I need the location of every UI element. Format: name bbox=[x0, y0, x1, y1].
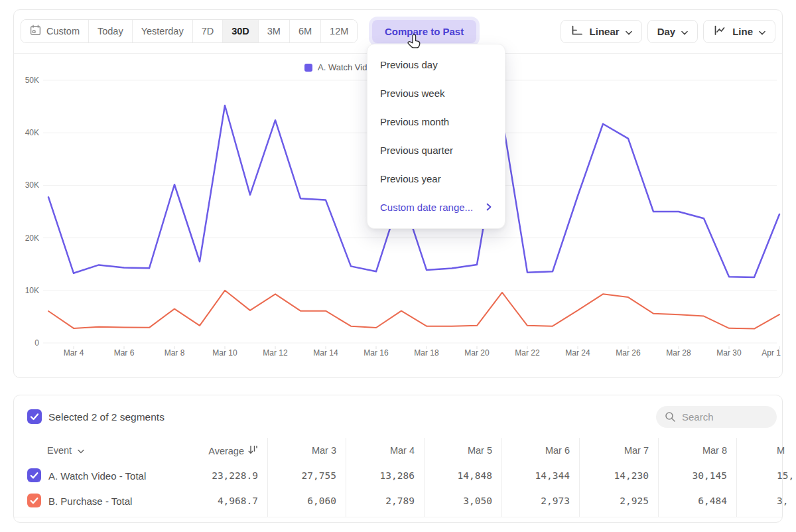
menu-item-label: Previous year bbox=[380, 173, 441, 184]
column-header-mar-8: Mar 8 bbox=[653, 445, 727, 456]
menu-item-previous-week[interactable]: Previous week bbox=[367, 79, 505, 107]
x-axis-tick: Mar 10 bbox=[212, 348, 237, 358]
menu-item-label: Previous quarter bbox=[380, 145, 453, 156]
cursor-pointer-icon bbox=[407, 34, 422, 53]
y-axis-tick: 40K bbox=[25, 128, 39, 137]
search-box bbox=[656, 406, 777, 428]
menu-item-label: Previous month bbox=[380, 116, 449, 127]
y-axis-tick: 0 bbox=[34, 338, 39, 348]
y-axis-tick: 30K bbox=[25, 180, 39, 190]
cell-value: 27,755 bbox=[262, 470, 336, 481]
cell-value: 6,484 bbox=[653, 496, 727, 506]
cell-value-clipped: 3, bbox=[777, 496, 796, 506]
x-axis-tick: Mar 26 bbox=[616, 348, 641, 358]
x-axis-tick: Mar 6 bbox=[114, 348, 135, 358]
cell-value: 14,848 bbox=[418, 470, 492, 481]
column-header-label: Average bbox=[208, 446, 244, 456]
x-axis-tick: Mar 12 bbox=[263, 348, 288, 358]
cell-value: 2,973 bbox=[496, 496, 570, 506]
segments-panel: Selected 2 of 2 segments EventAverageMar… bbox=[13, 395, 783, 523]
menu-item-previous-quarter[interactable]: Previous quarter bbox=[367, 136, 505, 165]
x-axis-tick: Mar 14 bbox=[313, 348, 338, 358]
cell-value: 3,050 bbox=[418, 496, 492, 506]
x-axis-tick: Apr 1 bbox=[762, 348, 781, 358]
row-label: B. Purchase - Total bbox=[48, 496, 132, 507]
x-axis-tick: Mar 16 bbox=[364, 348, 389, 358]
x-axis-tick: Mar 18 bbox=[414, 348, 439, 358]
column-header-mar-5: Mar 5 bbox=[418, 445, 492, 456]
select-all-checkbox[interactable] bbox=[27, 409, 42, 424]
cell-value: 6,060 bbox=[262, 496, 336, 506]
cell-value: 30,145 bbox=[653, 470, 727, 481]
x-axis-tick: Mar 28 bbox=[666, 348, 691, 358]
segments-header: Selected 2 of 2 segments bbox=[14, 395, 782, 438]
menu-item-custom-date-range[interactable]: Custom date range... bbox=[367, 193, 505, 222]
legend-swatch-watch-video bbox=[304, 64, 312, 72]
column-header-mar-6: Mar 6 bbox=[496, 445, 570, 456]
column-header-label: Event bbox=[47, 445, 72, 456]
x-axis-tick: Mar 22 bbox=[515, 348, 540, 358]
cell-value: 2,789 bbox=[340, 496, 415, 506]
column-header-mar-3: Mar 3 bbox=[262, 445, 336, 456]
menu-item-previous-day[interactable]: Previous day bbox=[367, 50, 505, 79]
cell-value: 13,286 bbox=[340, 470, 415, 481]
table-bottom-divider bbox=[14, 517, 782, 517]
x-axis-tick: Mar 30 bbox=[716, 348, 742, 358]
cell-value-clipped: 15, bbox=[777, 470, 796, 481]
search-icon bbox=[665, 411, 676, 423]
chevron-right-icon bbox=[486, 202, 492, 213]
column-header-clipped: M bbox=[777, 445, 785, 456]
x-axis-tick: Mar 24 bbox=[565, 348, 590, 358]
cell-value: 14,344 bbox=[496, 470, 570, 481]
menu-item-label: Custom date range... bbox=[380, 202, 473, 213]
x-axis-tick: Mar 4 bbox=[64, 348, 84, 358]
x-axis-tick: Mar 8 bbox=[165, 348, 185, 358]
column-header-mar-7: Mar 7 bbox=[574, 445, 649, 456]
selected-summary: Selected 2 of 2 segments bbox=[48, 411, 165, 423]
menu-item-label: Previous week bbox=[380, 88, 445, 99]
chevron-down-icon bbox=[78, 445, 84, 456]
sort-descending-icon bbox=[248, 445, 258, 456]
cell-average: 4,968.7 bbox=[184, 496, 258, 506]
series-line-purchase bbox=[48, 291, 779, 329]
cell-value: 2,925 bbox=[574, 496, 649, 506]
cell-value: 14,230 bbox=[574, 470, 649, 481]
column-header-event[interactable]: Event bbox=[47, 445, 84, 456]
y-axis-tick: 20K bbox=[25, 233, 39, 243]
menu-item-previous-month[interactable]: Previous month bbox=[367, 107, 505, 136]
cell-average: 23,228.9 bbox=[184, 470, 258, 481]
search-input[interactable] bbox=[682, 411, 768, 423]
compare-menu: Previous dayPrevious weekPrevious monthP… bbox=[367, 44, 505, 229]
row-checkbox-purchase[interactable] bbox=[27, 494, 41, 507]
x-axis-tick: Mar 20 bbox=[464, 348, 490, 358]
analytics-page: CustomTodayYesterday7D30D3M6M12M Compare… bbox=[0, 0, 796, 532]
row-label: A. Watch Video - Total bbox=[48, 470, 146, 482]
chart-legend: A. Watch Video bbox=[304, 62, 377, 72]
column-header-average[interactable]: Average bbox=[184, 445, 258, 456]
menu-item-previous-year[interactable]: Previous year bbox=[367, 165, 505, 193]
y-axis-tick: 10K bbox=[25, 286, 39, 295]
column-divider bbox=[736, 438, 737, 517]
menu-item-label: Previous day bbox=[380, 59, 438, 70]
column-header-mar-4: Mar 4 bbox=[340, 445, 415, 456]
row-checkbox-watch-video[interactable] bbox=[27, 468, 41, 482]
y-axis-tick: 50K bbox=[25, 76, 39, 85]
